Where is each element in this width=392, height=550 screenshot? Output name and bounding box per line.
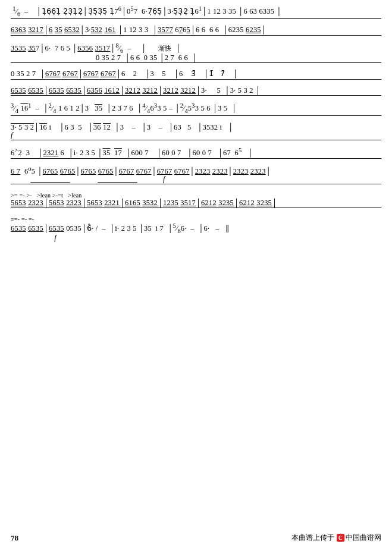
footer: 78 本曲谱上传于 C 中国曲谱网 <box>11 533 381 543</box>
row-1: 1⁄6 – │1̣6̣6̣1̣ 2̣3̣1̣2̣│3̣5̣3̣5̣ 1̣76│0… <box>11 6 381 19</box>
page-number: 78 <box>11 533 18 543</box>
row-3: 3535 357│6· 7 6 5 │6356 3517│8⁄6 – │ 渐快 … <box>11 43 381 64</box>
notation-row-9: 6 7 6o5 │6765 6765│6765 6765│6767 6767│6… <box>11 166 381 183</box>
notation-row-10: >= =- >- >lean >-=t >lean 5653 2323│5653… <box>11 191 381 206</box>
row-7: 3· 5 3 2│16 i │6 3 5 │36 12 │3 – │3 – │6… <box>11 123 381 140</box>
row-6: 3⁄4 161 – │2⁄4 1 6 1 2│3 35 │2 3 7 6 │4⁄… <box>11 103 381 116</box>
row-9: 6 7 6o5 │6765 6765│6765 6765│6767 6767│6… <box>11 166 381 184</box>
music-content: 1⁄6 – │1̣6̣6̣1̣ 2̣3̣1̣2̣│3̣5̣3̣5̣ 1̣76│0… <box>11 6 381 243</box>
footer-text: 本曲谱上传于 <box>291 533 334 543</box>
notation-row-2: 6363 3217│6 35 6532│3·532 161 │1 12 3 3 … <box>11 26 381 34</box>
row-2: 6363 3217│6 35 6532│3·532 161 │1 12 3 3 … <box>11 26 381 36</box>
notation-row-11: ≡=- =- =- 6535 6535│6535 0535│6̂· / – │i… <box>11 215 381 241</box>
row-4: 0 35 2 7 │6767 6767│6767 6767│6 2 │3 5 │… <box>11 70 381 80</box>
notation-row-5: 6535 6535│6535 6535│6356 1612│3212 3212│… <box>11 87 381 95</box>
notation-row-1: 1⁄6 – │1̣6̣6̣1̣ 2̣3̣1̣2̣│3̣5̣3̣5̣ 1̣76│0… <box>11 6 381 17</box>
row-5: 6535 6535│6535 6535│6356 1612│3212 3212│… <box>11 87 381 96</box>
music-score-page: 1⁄6 – │1̣6̣6̣1̣ 2̣3̣1̣2̣│3̣5̣3̣5̣ 1̣76│0… <box>0 0 392 550</box>
notation-row-6: 3⁄4 161 – │2⁄4 1 6 1 2│3 35 │2 3 7 6 │4⁄… <box>11 103 381 114</box>
site-badge[interactable]: C 中国曲谱网 <box>337 533 381 543</box>
site-icon: C <box>337 534 344 542</box>
notation-row-8: 6>2 3 │2321 6 │i· 2 3 5 │35 17 │600 7 │6… <box>11 147 381 157</box>
footer-right: 本曲谱上传于 C 中国曲谱网 <box>291 533 381 543</box>
row-11: ≡=- =- =- 6535 6535│6535 0535│6̂· / – │i… <box>11 215 381 243</box>
row-8: 6>2 3 │2321 6 │i· 2 3 5 │35 17 │600 7 │6… <box>11 147 381 159</box>
row-10: >= =- >- >lean >-=t >lean 5653 2323│5653… <box>11 191 381 208</box>
site-name: 中国曲谱网 <box>346 533 381 543</box>
notation-row-7: 3· 5 3 2│16 i │6 3 5 │36 12 │3 – │3 – │6… <box>11 123 381 139</box>
notation-row-3: 3535 357│6· 7 6 5 │6356 3517│8⁄6 – │ 渐快 … <box>11 43 381 62</box>
notation-row-4: 0 35 2 7 │6767 6767│6767 6767│6 2 │3 5 │… <box>11 70 381 78</box>
